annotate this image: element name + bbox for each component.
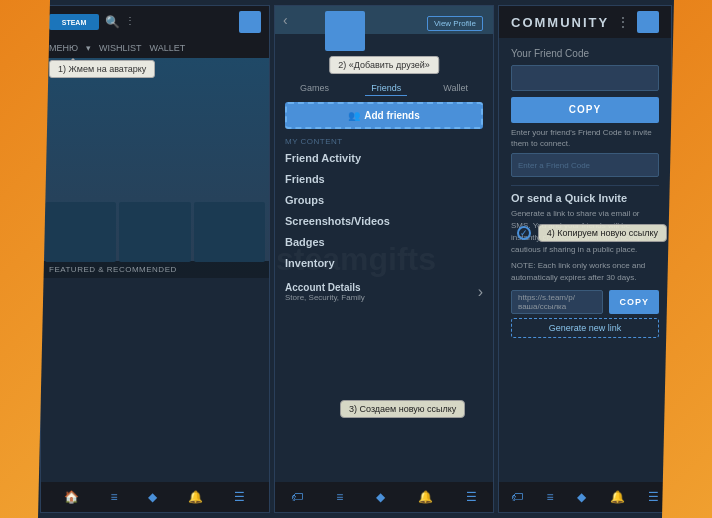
popup-panel: ‹ View Profile 2) «Добавить друзей» Game… [274, 5, 494, 513]
add-friends-label: Add friends [364, 110, 420, 121]
menu2-icon[interactable]: ☰ [466, 490, 477, 504]
c-menu-icon[interactable]: ☰ [648, 490, 659, 504]
tab-friends[interactable]: Friends [365, 81, 407, 96]
account-details-label: Account Details [285, 282, 365, 293]
c-diamond-icon[interactable]: ◆ [577, 490, 586, 504]
check-circle-icon: ✓ [517, 226, 531, 240]
steam-logo: STEAM [49, 14, 99, 30]
content-links: Friend Activity Friends Groups Screensho… [275, 148, 493, 274]
link-groups[interactable]: Groups [285, 190, 483, 211]
enter-code-placeholder: Enter a Friend Code [512, 161, 596, 170]
home-icon[interactable]: 🏠 [64, 490, 79, 504]
account-details[interactable]: Account Details Store, Security, Family … [275, 278, 493, 306]
bell2-icon[interactable]: 🔔 [418, 490, 433, 504]
popup-bottom-nav: 🏷 ≡ ◆ 🔔 ☰ [275, 482, 493, 512]
c-bell-icon[interactable]: 🔔 [610, 490, 625, 504]
popup-tabs: Games Friends Wallet [275, 79, 493, 98]
annotation-click-avatar: 1) Жмем на аватарку [49, 60, 155, 78]
copy-link-button[interactable]: COPY [609, 290, 659, 314]
community-avatar[interactable] [637, 11, 659, 33]
your-friend-code-label: Your Friend Code [511, 48, 659, 59]
community-content: Your Friend Code COPY Enter your friend'… [499, 38, 671, 348]
note-text: NOTE: Each link only works once and auto… [511, 260, 659, 284]
featured-items [45, 202, 265, 262]
diamond2-icon[interactable]: ◆ [376, 490, 385, 504]
tab-games[interactable]: Games [294, 81, 335, 96]
enter-code-hint-text: Enter your friend's Friend Code to invit… [511, 127, 659, 149]
avatar[interactable] [239, 11, 261, 33]
copy-friend-code-button[interactable]: COPY [511, 97, 659, 123]
steam-header: STEAM 🔍 ⋮ [41, 6, 269, 38]
community-bottom-nav: 🏷 ≡ ◆ 🔔 ☰ [499, 482, 671, 512]
nav-menu[interactable]: МЕНЮ [49, 43, 78, 53]
add-friends-button[interactable]: 👥 Add friends [285, 102, 483, 129]
steam-content-area: FEATURED & RECOMMENDED [41, 58, 269, 278]
my-content-label: MY CONTENT [275, 133, 493, 148]
quick-invite-title: Or send a Quick Invite [511, 192, 659, 204]
link-inventory[interactable]: Inventory [285, 253, 483, 274]
search-icon[interactable]: 🔍 [105, 15, 119, 29]
annotation-add-friends: 2) «Добавить друзей» [329, 56, 439, 74]
more-options-icon[interactable]: ⋮ [125, 15, 139, 29]
steam-bottom-nav: 🏠 ≡ ◆ 🔔 ☰ [41, 482, 269, 512]
link-row: https://s.team/p/ваша/ссылка COPY [511, 290, 659, 314]
tab-wallet[interactable]: Wallet [437, 81, 474, 96]
profile-avatar-large[interactable] [325, 11, 365, 51]
diamond-icon[interactable]: ◆ [148, 490, 157, 504]
nav-wishlist[interactable]: WISHLIST [99, 43, 142, 53]
community-panel: COMMUNITY ⋮ Your Friend Code COPY Enter … [498, 5, 672, 513]
friend-code-field[interactable] [511, 65, 659, 91]
link-friends[interactable]: Friends [285, 169, 483, 190]
bell-icon[interactable]: 🔔 [188, 490, 203, 504]
generate-new-link-button[interactable]: Generate new link [511, 318, 659, 338]
featured-label: FEATURED & RECOMMENDED [41, 261, 269, 278]
link-badges[interactable]: Badges [285, 232, 483, 253]
add-friends-icon: 👥 [348, 110, 360, 121]
menu-icon[interactable]: ☰ [234, 490, 245, 504]
community-header-right: ⋮ [617, 11, 659, 33]
link-screenshots[interactable]: Screenshots/Videos [285, 211, 483, 232]
main-wrapper: STEAM 🔍 ⋮ МЕНЮ▾ WISHLIST WALLET 1) Жмем … [40, 5, 672, 513]
link-url-text: https://s.team/p/ваша/ссылка [518, 293, 596, 311]
featured-item-1 [45, 202, 116, 262]
featured-item-2 [119, 202, 190, 262]
account-details-sub: Store, Security, Family [285, 293, 365, 302]
annotation-copy-link: ✓ 4) Копируем новую ссылку [517, 224, 667, 242]
link-friend-activity[interactable]: Friend Activity [285, 148, 483, 169]
featured-item-3 [194, 202, 265, 262]
community-header: COMMUNITY ⋮ [499, 6, 671, 38]
view-profile-button[interactable]: View Profile [427, 16, 483, 31]
enter-friend-code-field[interactable]: Enter a Friend Code [511, 153, 659, 177]
steam-panel: STEAM 🔍 ⋮ МЕНЮ▾ WISHLIST WALLET 1) Жмем … [40, 5, 270, 513]
tag-icon[interactable]: 🏷 [291, 490, 303, 504]
c-list-icon[interactable]: ≡ [546, 490, 553, 504]
list-icon[interactable]: ≡ [110, 490, 117, 504]
annotation-generate-link: 3) Создаем новую ссылку [340, 400, 465, 418]
chevron-right-icon: › [478, 283, 483, 301]
annotation-3-text: 3) Создаем новую ссылку [340, 400, 465, 418]
community-more-icon[interactable]: ⋮ [617, 15, 629, 29]
annotation-4-text: 4) Копируем новую ссылку [538, 224, 667, 242]
back-icon[interactable]: ‹ [283, 12, 288, 28]
link-url-field[interactable]: https://s.team/p/ваша/ссылка [511, 290, 603, 314]
nav-wallet[interactable]: WALLET [150, 43, 186, 53]
list2-icon[interactable]: ≡ [336, 490, 343, 504]
c-tag-icon[interactable]: 🏷 [511, 490, 523, 504]
community-title: COMMUNITY [511, 15, 609, 30]
